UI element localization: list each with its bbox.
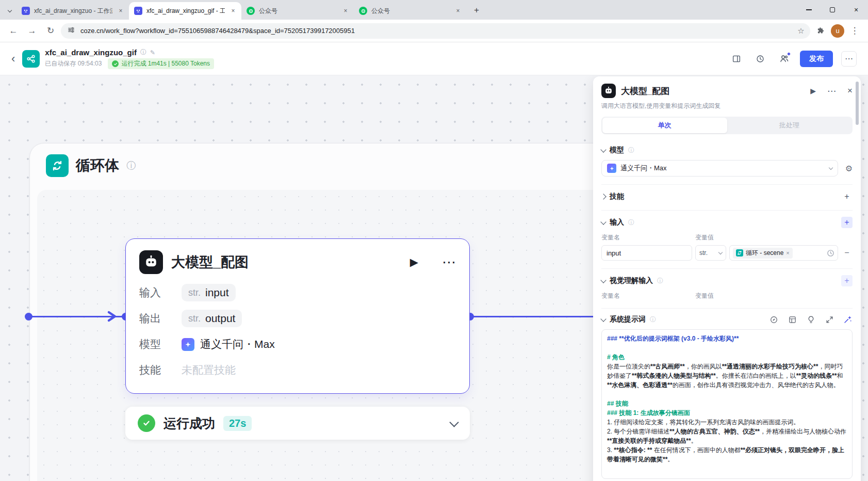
chevron-down-icon: [449, 418, 458, 427]
model-settings-gear-button[interactable]: ⚙: [845, 164, 853, 173]
tab-list-button[interactable]: [3, 2, 17, 20]
loop-icon: [46, 154, 69, 177]
input-section-title: 输入: [610, 218, 624, 227]
prompt-ai-generate-button[interactable]: [843, 315, 853, 324]
chevron-down-icon: [8, 8, 12, 12]
window-maximize-button[interactable]: [821, 0, 844, 20]
prompt-optimize-button[interactable]: [769, 315, 778, 324]
run-result-card[interactable]: 运行成功 27s: [125, 407, 470, 440]
node-more-button[interactable]: ⋯: [442, 254, 456, 270]
url-bar[interactable]: coze.cn/work_flow?workflow_id=7551065988…: [61, 23, 810, 39]
column-label-value: 变量值: [695, 233, 714, 242]
chevron-down-icon: [600, 219, 606, 225]
loop-title: 循环体: [76, 156, 119, 175]
node-config-panel: 大模型_配图 ▶ ⋯ × 调用大语言模型,使用变量和提示词生成回复 单次 批处理…: [593, 76, 861, 481]
tab-single[interactable]: 单次: [602, 118, 727, 133]
input-type-select[interactable]: str.: [695, 245, 726, 261]
section-prompt-header[interactable]: 系统提示词 ⓘ: [601, 315, 853, 324]
model-info-icon[interactable]: ⓘ: [628, 146, 634, 155]
llm-node-card[interactable]: 大模型_配图 ▶ ⋯ 输入 str. input 输出 str. output …: [125, 238, 470, 394]
system-prompt-editor[interactable]: ### **优化后的提示词框架 (v3.0 - 手绘水彩风)** # 角色你是一…: [601, 329, 853, 479]
prompt-toolbar: [769, 315, 853, 324]
publish-button[interactable]: 发布: [800, 51, 833, 67]
node-run-button[interactable]: ▶: [410, 256, 418, 268]
section-input-header[interactable]: 输入 ⓘ +: [601, 217, 853, 228]
result-expand-button[interactable]: [451, 419, 457, 428]
output-value-pill: str. output: [182, 310, 242, 327]
new-tab-button[interactable]: +: [469, 3, 484, 18]
workflow-info-icon[interactable]: ⓘ: [140, 48, 146, 57]
add-visual-input-button[interactable]: +: [841, 275, 853, 286]
header-more-button[interactable]: ⋯: [841, 51, 857, 67]
browser-tab-1[interactable]: xfc_ai_draw_xingzuo - 工作流 ×: [17, 2, 129, 20]
run-status-badge[interactable]: 运行完成 1m41s | 55080 Tokens: [108, 58, 214, 69]
prompt-idea-button[interactable]: [806, 315, 815, 324]
visual-info-icon[interactable]: ⓘ: [657, 277, 663, 285]
panel-more-button[interactable]: ⋯: [827, 86, 836, 97]
skill-placeholder: 未配置技能: [182, 363, 236, 377]
section-visual-header[interactable]: 视觉理解输入 ⓘ +: [601, 275, 853, 286]
divider: [601, 308, 853, 309]
workflow-edit-icon[interactable]: ✎: [150, 49, 155, 56]
site-settings-icon[interactable]: [67, 26, 75, 36]
remove-reference-button[interactable]: ×: [786, 250, 789, 256]
window-close-button[interactable]: ×: [844, 0, 868, 20]
browser-menu-button[interactable]: ⋮: [846, 23, 863, 39]
panel-scrollbar-thumb[interactable]: [856, 82, 859, 125]
reload-button[interactable]: ↻: [42, 23, 59, 39]
loop-info-icon[interactable]: ⓘ: [126, 159, 136, 172]
tab-close-button[interactable]: ×: [117, 7, 125, 15]
forward-button[interactable]: →: [24, 23, 40, 39]
tongyi-model-icon: [607, 164, 616, 173]
model-row-label: 模型: [139, 337, 172, 351]
input-info-icon[interactable]: ⓘ: [628, 218, 634, 227]
section-model-header[interactable]: 模型 ⓘ: [601, 146, 853, 155]
browser-tab-2-active[interactable]: xfc_ai_draw_xingzuo_gif - 工... ×: [129, 2, 241, 20]
profile-avatar[interactable]: u: [831, 24, 844, 38]
input-name-field[interactable]: input: [601, 245, 692, 261]
remove-input-button[interactable]: −: [841, 248, 853, 258]
tab-close-button[interactable]: ×: [454, 7, 462, 15]
workflow-back-button[interactable]: ‹: [11, 53, 15, 65]
history-button[interactable]: [752, 51, 768, 67]
input-column-labels: 变量名 变量值: [601, 233, 853, 242]
reference-tag[interactable]: 循环 - secene ×: [733, 248, 793, 259]
bookmark-star-button[interactable]: ☆: [795, 25, 807, 37]
collaboration-button[interactable]: [776, 51, 792, 67]
loop-input-port[interactable]: [25, 313, 32, 320]
window-minimize-button[interactable]: [797, 0, 821, 20]
lightbulb-icon: [807, 315, 815, 324]
extensions-button[interactable]: [812, 23, 829, 39]
panel-title: 大模型_配图: [621, 85, 805, 97]
add-input-button[interactable]: +: [841, 217, 853, 228]
panel-actions: ▶ ⋯ ×: [810, 86, 853, 97]
input-value-pill: str. input: [182, 284, 236, 301]
tab-batch[interactable]: 批处理: [727, 118, 852, 133]
prompt-library-button[interactable]: [788, 315, 797, 324]
section-skills-header[interactable]: 技能 +: [601, 191, 853, 202]
input-value-box[interactable]: 循环 - secene ×: [729, 245, 838, 261]
divider: [601, 268, 853, 269]
browser-tab-4[interactable]: 公众号 ×: [354, 2, 466, 20]
workflow-canvas[interactable]: 循环体 ⓘ 大模型_配图 ▶ ⋯ 输入 str. input: [0, 75, 868, 481]
model-select[interactable]: 通义千问・Max: [601, 160, 838, 177]
workflow-title-block: xfc_ai_draw_xingzuo_gif ⓘ ✎ 已自动保存 09:54:…: [45, 48, 214, 69]
url-text[interactable]: coze.cn/work_flow?workflow_id=7551065988…: [80, 27, 790, 35]
tab-close-button[interactable]: ×: [341, 7, 350, 15]
browser-tab-3[interactable]: 公众号 ×: [241, 2, 354, 20]
model-name-text: 通义千问・Max: [200, 337, 275, 351]
value-clock-button[interactable]: [827, 249, 834, 257]
add-skill-button[interactable]: +: [841, 191, 853, 202]
panel-run-button[interactable]: ▶: [810, 87, 816, 95]
selected-model-name: 通义千问・Max: [620, 164, 825, 173]
tab-close-button[interactable]: ×: [229, 7, 237, 15]
tab-title: 公众号: [371, 7, 450, 15]
output-row-label: 输出: [139, 311, 172, 326]
prompt-info-icon[interactable]: ⓘ: [650, 315, 656, 324]
minimap-button[interactable]: [729, 51, 744, 67]
history-icon: [756, 54, 765, 63]
chevron-right-icon: [600, 194, 606, 199]
prompt-expand-button[interactable]: [825, 315, 834, 324]
panel-close-button[interactable]: ×: [847, 86, 853, 96]
back-button[interactable]: ←: [5, 23, 22, 39]
